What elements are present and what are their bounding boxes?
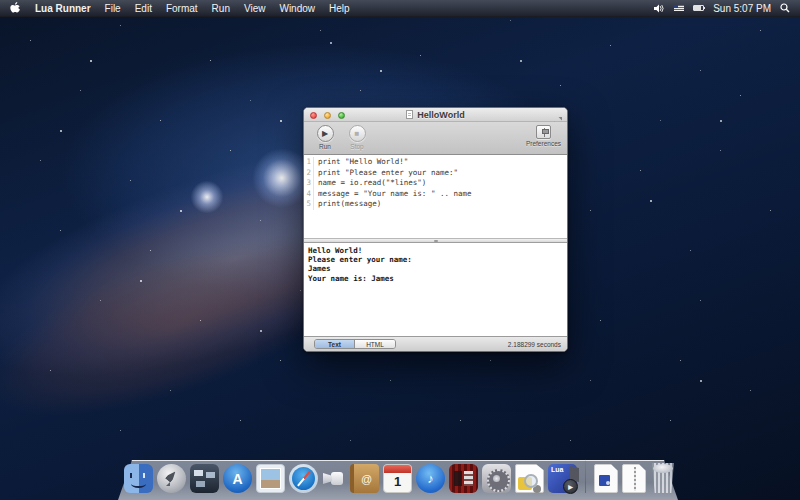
document-proxy-icon[interactable] xyxy=(406,110,413,119)
output-pane[interactable]: Hello World! Please enter your name: Jam… xyxy=(304,243,567,336)
menu-bar: Lua Runner File Edit Format Run View Win… xyxy=(0,0,800,17)
lua-runner-dock-icon[interactable]: Lua xyxy=(548,464,577,493)
window-footer: Text HTML 2.188299 seconds xyxy=(304,336,567,351)
line-number: 3 xyxy=(304,178,314,189)
menu-run[interactable]: Run xyxy=(212,3,230,14)
line-number: 4 xyxy=(304,189,314,200)
code-editor[interactable]: 1 print "Hello World!" 2 print "Please e… xyxy=(304,155,567,238)
zip-document-icon[interactable] xyxy=(622,464,646,493)
code-line: 3 name = io.read("*lines") xyxy=(304,178,567,189)
battery-icon[interactable] xyxy=(693,5,704,11)
execution-timer: 2.188299 seconds xyxy=(508,341,561,348)
trash-icon[interactable] xyxy=(650,463,676,493)
minimize-button[interactable] xyxy=(324,112,331,119)
pane-splitter[interactable] xyxy=(304,238,567,243)
output-line: James xyxy=(308,264,567,273)
line-number: 1 xyxy=(304,157,314,168)
code-text: name = io.read("*lines") xyxy=(314,178,426,189)
output-line: Your name is: James xyxy=(308,274,567,283)
close-button[interactable] xyxy=(310,112,317,119)
facetime-icon[interactable] xyxy=(322,464,346,493)
lua-runner-window: HelloWorld ▶ Run ■ Stop Preferences 1 pr… xyxy=(303,107,568,352)
apple-menu-icon[interactable] xyxy=(10,2,21,15)
play-icon: ▶ xyxy=(317,125,334,142)
tab-text[interactable]: Text xyxy=(315,340,355,348)
stop-icon: ■ xyxy=(349,125,366,142)
preferences-button[interactable]: Preferences xyxy=(526,125,561,147)
mail-icon[interactable] xyxy=(256,464,285,493)
code-text: message = "Your name is: " .. name xyxy=(314,189,472,200)
file-search-icon[interactable] xyxy=(515,464,544,493)
us-flag-icon[interactable] xyxy=(674,5,684,11)
calendar-icon[interactable]: 1 xyxy=(383,464,412,493)
spotlight-icon[interactable] xyxy=(780,3,790,13)
address-book-icon[interactable]: @ xyxy=(350,464,379,493)
code-text: print(message) xyxy=(314,199,381,210)
dock-divider xyxy=(585,459,586,493)
menu-format[interactable]: Format xyxy=(166,3,198,14)
menubar-clock[interactable]: Sun 5:07 PM xyxy=(713,3,771,14)
window-toolbar: ▶ Run ■ Stop Preferences xyxy=(304,122,567,155)
menu-view[interactable]: View xyxy=(244,3,266,14)
fullscreen-icon[interactable] xyxy=(554,111,562,119)
lua-document-icon[interactable] xyxy=(594,464,618,493)
preferences-button-label: Preferences xyxy=(526,140,561,147)
tab-html[interactable]: HTML xyxy=(355,340,395,348)
finder-icon[interactable] xyxy=(124,464,153,493)
dock: A @ 1 ♪ Lua xyxy=(0,453,800,500)
output-line: Hello World! xyxy=(308,246,567,255)
stop-button[interactable]: ■ Stop xyxy=(344,125,370,150)
code-line: 2 print "Please enter your name:" xyxy=(304,168,567,179)
line-number: 2 xyxy=(304,168,314,179)
code-line: 5 print(message) xyxy=(304,199,567,210)
code-line: 1 print "Hello World!" xyxy=(304,157,567,168)
zoom-button[interactable] xyxy=(338,112,345,119)
menu-edit[interactable]: Edit xyxy=(135,3,152,14)
mission-control-icon[interactable] xyxy=(190,464,219,493)
system-preferences-icon[interactable] xyxy=(482,464,511,493)
volume-icon[interactable] xyxy=(654,4,665,13)
line-number: 5 xyxy=(304,199,314,210)
code-text: print "Hello World!" xyxy=(314,157,408,168)
secondary-star xyxy=(190,180,224,214)
code-line: 4 message = "Your name is: " .. name xyxy=(304,189,567,200)
output-mode-segmented-control: Text HTML xyxy=(314,339,396,349)
window-titlebar[interactable]: HelloWorld xyxy=(304,108,567,122)
menu-window[interactable]: Window xyxy=(279,3,315,14)
window-title: HelloWorld xyxy=(417,110,464,120)
launchpad-icon[interactable] xyxy=(157,464,186,493)
menubar-app-name[interactable]: Lua Runner xyxy=(35,3,91,14)
menu-file[interactable]: File xyxy=(105,3,121,14)
run-button[interactable]: ▶ Run xyxy=(312,125,338,150)
menu-help[interactable]: Help xyxy=(329,3,350,14)
preferences-icon xyxy=(536,125,551,139)
safari-icon[interactable] xyxy=(289,464,318,493)
output-line: Please enter your name: xyxy=(308,255,567,264)
itunes-icon[interactable]: ♪ xyxy=(416,464,445,493)
stop-button-label: Stop xyxy=(350,143,363,150)
photo-booth-icon[interactable] xyxy=(449,464,478,493)
app-store-icon[interactable]: A xyxy=(223,464,252,493)
code-text: print "Please enter your name:" xyxy=(314,168,458,179)
run-button-label: Run xyxy=(319,143,331,150)
